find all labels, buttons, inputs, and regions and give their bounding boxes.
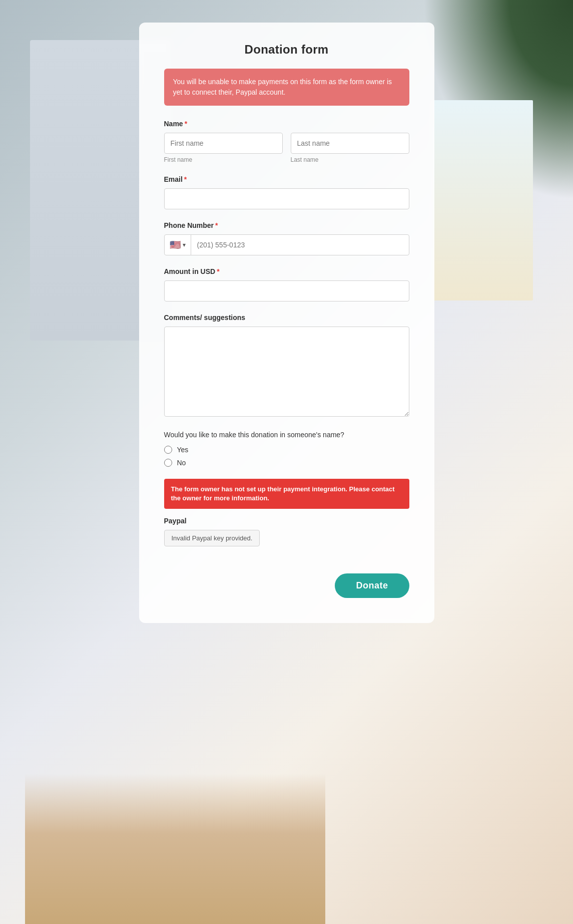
phone-input[interactable] <box>191 241 409 249</box>
donation-form-card: Donation form You will be unable to make… <box>139 23 434 623</box>
first-name-input[interactable] <box>164 133 283 154</box>
payment-error-banner: The form owner has not set up their paym… <box>164 479 409 509</box>
comments-label: Comments/ suggestions <box>164 314 409 322</box>
amount-input[interactable] <box>164 280 409 301</box>
yes-radio-input[interactable] <box>164 446 172 454</box>
no-radio-input[interactable] <box>164 459 172 467</box>
donation-question-text: Would you like to make this donation in … <box>164 431 409 439</box>
name-row: First name Last name <box>164 133 409 163</box>
comments-field-group: Comments/ suggestions <box>164 314 409 419</box>
yes-radio-option[interactable]: Yes <box>164 446 409 454</box>
comments-textarea[interactable] <box>164 327 409 417</box>
donation-radio-group: Yes No <box>164 446 409 467</box>
background-packages <box>25 774 325 924</box>
yes-radio-label: Yes <box>177 446 189 454</box>
email-field-group: Email* <box>164 175 409 209</box>
donate-button[interactable]: Donate <box>335 573 409 598</box>
email-required-star: * <box>184 175 187 183</box>
first-name-col: First name <box>164 133 283 163</box>
name-required-star: * <box>185 120 187 128</box>
donate-button-row: Donate <box>164 573 409 598</box>
first-name-sublabel: First name <box>164 156 283 163</box>
last-name-input[interactable] <box>291 133 409 154</box>
no-radio-label: No <box>177 459 186 467</box>
us-flag-icon: 🇺🇸 <box>170 239 181 250</box>
form-title: Donation form <box>164 43 409 57</box>
amount-required-star: * <box>217 267 219 275</box>
last-name-sublabel: Last name <box>291 156 409 163</box>
last-name-col: Last name <box>291 133 409 163</box>
paypal-section: Paypal Invalid Paypal key provided. <box>164 517 409 561</box>
background-window <box>433 100 533 300</box>
phone-label: Phone Number* <box>164 221 409 229</box>
paypal-invalid-badge: Invalid Paypal key provided. <box>164 530 260 546</box>
paypal-label: Paypal <box>164 517 409 525</box>
phone-field-group: Phone Number* 🇺🇸 ▾ <box>164 221 409 255</box>
email-input[interactable] <box>164 188 409 209</box>
no-radio-option[interactable]: No <box>164 459 409 467</box>
amount-field-group: Amount in USD* <box>164 267 409 301</box>
name-field-group: Name* First name Last name <box>164 120 409 163</box>
donation-name-group: Would you like to make this donation in … <box>164 431 409 467</box>
phone-dropdown-dot: ▾ <box>183 241 186 248</box>
email-label: Email* <box>164 175 409 183</box>
amount-label: Amount in USD* <box>164 267 409 275</box>
name-label: Name* <box>164 120 409 128</box>
phone-required-star: * <box>215 221 218 229</box>
paypal-connect-warning-banner: You will be unable to make payments on t… <box>164 69 409 106</box>
phone-flag-selector[interactable]: 🇺🇸 ▾ <box>165 235 191 255</box>
phone-wrapper: 🇺🇸 ▾ <box>164 234 409 255</box>
